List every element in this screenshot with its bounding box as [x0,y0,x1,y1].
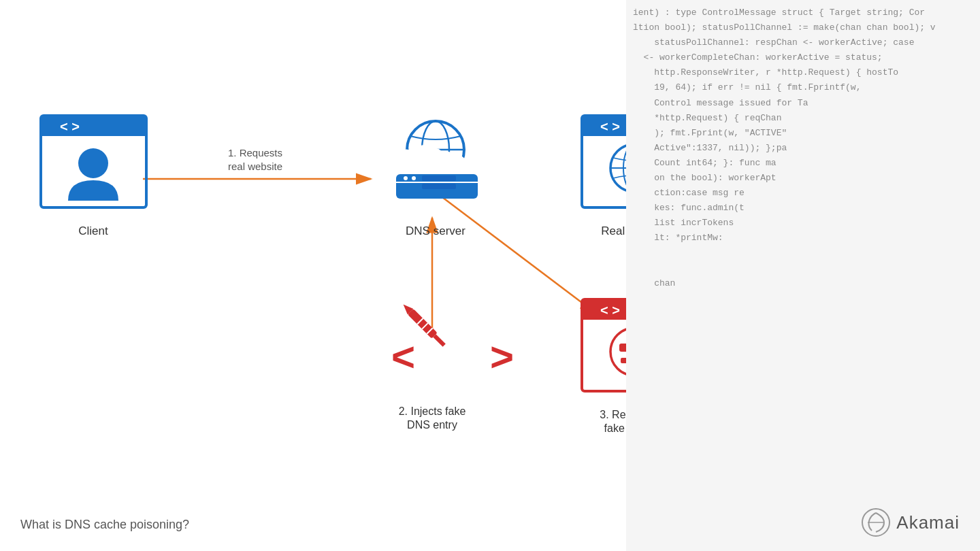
client-person-body [68,180,118,201]
step1-label: 1. Requests [228,147,282,158]
code-line: *http.Request) { reqChan [633,111,973,126]
client-label: Client [78,224,108,237]
code-line: on the bool): workerApt [633,171,973,186]
code-line: http.ResponseWriter, r *http.Request) { … [633,65,973,80]
svg-rect-8 [422,176,456,181]
client-person-head [78,148,108,178]
attacker-right-bracket: > [490,334,514,380]
client-browser-topbar [41,116,146,136]
svg-rect-9 [422,184,456,189]
real-website-brackets: < > [600,119,620,134]
step1-label2: real website [228,161,282,172]
code-line: Control message issued for Ta [633,96,973,111]
code-line: ction:case msg re [633,186,973,201]
code-line: ); fmt.Fprint(w, "ACTIVE" [633,126,973,141]
code-line: Active":1337, nil)); };pa [633,141,973,156]
real-website-label: Real website [601,224,626,237]
code-line [633,261,973,276]
attacker-left-bracket: < [391,334,415,380]
code-line: 19, 64); if err != nil { fmt.Fprintf(w, [633,80,973,95]
dns-label: DNS server [406,224,466,237]
svg-point-7 [412,176,416,180]
diagram-svg: 1. Requests real website < > Client DNS … [0,0,626,551]
code-line: <- workerCompleteChan: workerActive = st… [633,50,973,65]
resolves-label1: 3. Resolves to [600,409,626,420]
code-line: list incrTokens [633,216,973,231]
akamai-text: Akamai [896,512,960,533]
akamai-logo: Akamai [861,507,960,537]
code-line: ient) : type ControlMessage struct { Tar… [633,5,973,20]
inject-label1: 2. Injects fake [399,405,466,417]
svg-rect-20 [621,358,626,363]
bottom-title: What is DNS cache poisoning? [20,518,189,532]
code-line: chan [633,276,973,291]
inject-label2: DNS entry [407,419,457,431]
akamai-logo-icon [861,507,891,537]
svg-rect-18 [619,344,626,352]
client-code-brackets: < > [60,119,80,134]
code-line: ltion bool); statusPollChannel := make(c… [633,20,973,35]
arrow-dns-to-fake [442,197,595,313]
fake-website-brackets: < > [600,303,620,318]
code-line: statusPollChannel: respChan <- workerAct… [633,35,973,50]
svg-rect-14 [433,334,445,346]
code-line [633,246,973,261]
code-background: ient) : type ControlMessage struct { Tar… [626,0,980,551]
code-line: lt: *printMw: [633,231,973,246]
svg-point-6 [404,176,408,180]
code-line: Count int64; }: func ma [633,156,973,171]
code-line: kes: func.admin(t [633,201,973,216]
resolves-label2: fake website [604,422,626,434]
dns-cloud-icon [374,121,497,199]
